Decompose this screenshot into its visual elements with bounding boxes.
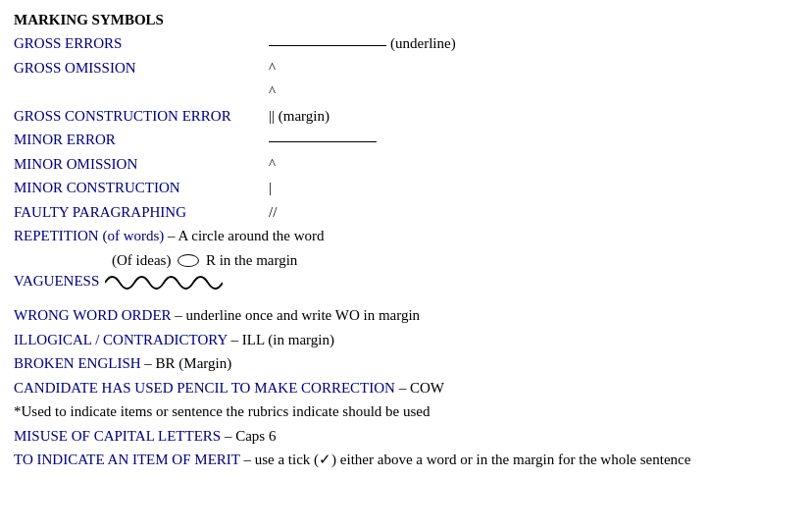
row-illogical: ILLOGICAL / CONTRADICTORY – ILL (in marg… (14, 329, 798, 351)
page-title: MARKING SYMBOLS (14, 12, 798, 28)
oval-icon (178, 254, 199, 267)
row-gross-errors: GROSS ERRORS (underline) (14, 32, 798, 55)
symbol-gross-omission-2: ^ (269, 80, 276, 103)
row-merit: TO INDICATE AN ITEM OF MERIT – use a tic… (14, 449, 798, 471)
text-capital-letters: – Caps 6 (221, 428, 276, 444)
label-minor-error: MINOR ERROR (14, 129, 269, 151)
label-merit: TO INDICATE AN ITEM OF MERIT (14, 452, 240, 467)
blank-line-1 (14, 294, 798, 304)
row-gross-omission-2: ^ (14, 80, 798, 103)
symbol-gross-errors: (underline) (269, 32, 456, 55)
label-gross-errors: GROSS ERRORS (14, 32, 269, 55)
text-pencil: – COW (395, 380, 444, 396)
row-pencil: CANDIDATE HAS USED PENCIL TO MAKE CORREC… (14, 377, 798, 399)
label-broken-english: BROKEN ENGLISH (14, 355, 141, 371)
label-minor-omission: MINOR OMISSION (14, 153, 269, 176)
label-vagueness: VAGUENESS (14, 273, 99, 290)
label-illogical: ILLOGICAL / CONTRADICTORY (14, 332, 228, 347)
symbol-gross-omission: ^ (269, 57, 276, 80)
label-gross-construction: GROSS CONSTRUCTION ERROR (14, 105, 269, 128)
label-pencil: CANDIDATE HAS USED PENCIL TO MAKE CORREC… (14, 380, 395, 396)
row-gross-construction: GROSS CONSTRUCTION ERROR || (margin) (14, 105, 798, 128)
text-r-margin: R in the margin (206, 252, 297, 268)
symbol-minor-error (269, 129, 377, 151)
row-repetition-words: REPETITION (of words) – A circle around … (14, 225, 798, 247)
row-minor-construction: MINOR CONSTRUCTION | (14, 177, 798, 199)
label-capital-letters: MISUSE OF CAPITAL LETTERS (14, 428, 221, 444)
label-faulty-paragraphing: FAULTY PARAGRAPHING (14, 201, 269, 224)
row-minor-error: MINOR ERROR (14, 129, 798, 151)
symbol-gross-construction: || (margin) (269, 105, 330, 128)
symbol-faulty-paragraphing: // (269, 201, 277, 224)
row-capital-letters: MISUSE OF CAPITAL LETTERS – Caps 6 (14, 425, 798, 448)
label-repetition-words: REPETITION (of words) (14, 228, 164, 243)
text-merit: – use a tick (✓) either above a word or … (240, 452, 691, 467)
page-content: MARKING SYMBOLS GROSS ERRORS (underline)… (14, 12, 798, 471)
row-asterisk: *Used to indicate items or sentence the … (14, 400, 798, 423)
text-wrong-word-order: – underline once and write WO in margin (172, 307, 421, 323)
label-minor-construction: MINOR CONSTRUCTION (14, 177, 269, 199)
label-wrong-word-order: WRONG WORD ORDER (14, 307, 172, 323)
text-repetition-words: – A circle around the word (164, 228, 324, 243)
row-gross-omission: GROSS OMISSION ^ (14, 57, 798, 80)
symbol-minor-construction: | (269, 177, 272, 199)
underline-short (269, 141, 377, 142)
text-asterisk: *Used to indicate items or sentence the … (14, 403, 430, 419)
text-broken-english: – BR (Margin) (141, 355, 232, 371)
row-faulty-paragraphing: FAULTY PARAGRAPHING // (14, 201, 798, 224)
row-minor-omission: MINOR OMISSION ^ (14, 153, 798, 176)
label-gross-omission: GROSS OMISSION (14, 57, 269, 80)
underline-symbol (269, 45, 386, 46)
row-vagueness: VAGUENESS (14, 273, 798, 293)
row-repetition-ideas: (Of ideas) R in the margin (14, 249, 798, 272)
row-wrong-word-order: WRONG WORD ORDER – underline once and wr… (14, 304, 798, 327)
text-illogical: – ILL (in margin) (228, 332, 334, 347)
row-broken-english: BROKEN ENGLISH – BR (Margin) (14, 352, 798, 375)
symbol-minor-omission: ^ (269, 153, 276, 176)
text-of-ideas: (Of ideas) (112, 252, 171, 268)
wavy-symbol (105, 273, 223, 293)
